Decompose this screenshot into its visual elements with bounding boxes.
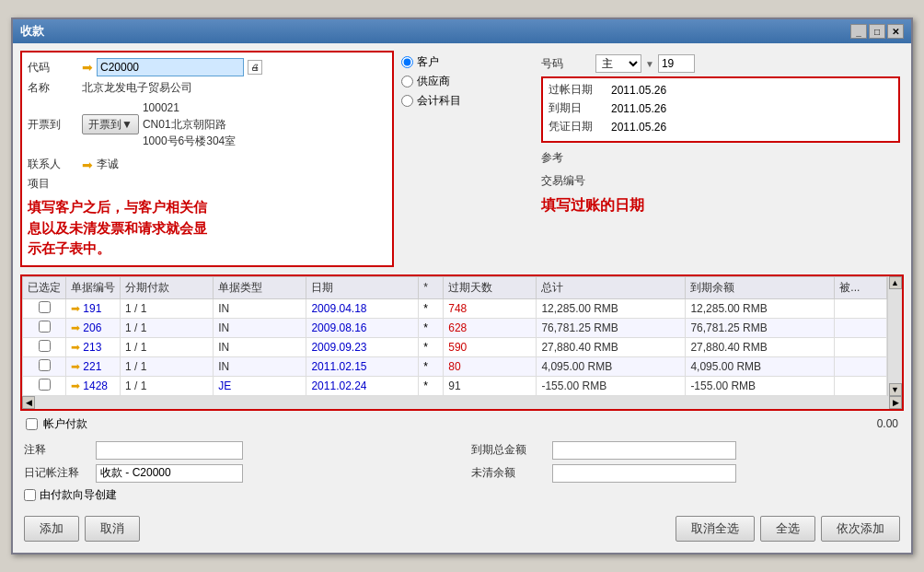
cancel-button[interactable]: 取消 [85,516,140,542]
account-payment-label: 帐户付款 [43,416,87,432]
row5-date: 2011.02.24 [306,376,419,395]
row2-total: 76,781.25 RMB [537,318,686,337]
bottom-scroll: ◀ ▶ [22,396,902,409]
footer-right: 到期总金额 未清余额 [471,441,900,503]
add-in-order-button[interactable]: 依次添加 [821,516,900,542]
row5-checkbox[interactable] [39,379,51,391]
project-row: 项目 [28,176,387,192]
total-due-label: 到期总金额 [471,442,545,458]
scroll-up-button[interactable]: ▲ [889,276,902,289]
account-payment-amount: 0.00 [877,417,898,430]
row2-doc-type: IN [214,318,306,337]
cancel-all-button[interactable]: 取消全选 [676,516,755,542]
radio-customer[interactable]: 客户 [401,54,530,70]
voucher-date-value: 2011.05.26 [611,121,666,134]
row3-checkbox[interactable] [39,340,51,352]
total-due-row: 到期总金额 [471,441,900,460]
row5-doc-num: 1428 [83,379,108,392]
row3-flag [835,337,887,356]
name-value: 北京龙发电子贸易公司 [82,80,192,96]
right-header-section: 号码 主 ▼ 过帐日期 2011.05.26 [541,54,900,216]
row2-date: 2009.08.16 [306,318,419,337]
row4-checkbox[interactable] [39,359,51,371]
row4-total: 4,095.00 RMB [537,356,686,376]
row2-checkbox[interactable] [39,321,51,333]
radio-account[interactable]: 会计科目 [401,93,530,109]
col-flag: 被... [835,276,887,298]
data-table: 已选定 单据编号 分期付款 单据类型 日期 * 过期天数 总计 到期余额 被..… [22,276,887,396]
address-line1: 100021 [143,99,236,116]
table-row: ➡ 206 1 / 1 IN 2009.08.16 * 628 76,781.2… [23,318,887,337]
row1-arrow-icon: ➡ [71,302,80,315]
row2-flag [835,318,887,337]
window-controls: _ □ ✕ [850,24,904,39]
address-line3: 1000号6号楼304室 [143,133,236,149]
top-section: 代码 ➡ 🖨 名称 北京龙发电子贸易公司 开票到 开票到▼ 100021 CN [20,51,904,267]
select-all-button[interactable]: 全选 [760,516,815,542]
main-window: 收款 _ □ ✕ 代码 ➡ 🖨 名称 北京龙发电子贸易公司 [11,18,913,554]
table-inner: 已选定 单据编号 分期付款 单据类型 日期 * 过期天数 总计 到期余额 被..… [22,276,887,396]
row1-date: 2009.04.18 [306,298,419,318]
code-arrow-icon: ➡ [82,60,93,75]
row4-due-balance: 4,095.00 RMB [686,356,835,376]
col-selected: 已选定 [23,276,66,298]
row1-due-balance: 12,285.00 RMB [686,298,835,318]
row3-installment: 1 / 1 [121,337,214,356]
create-payment-checkbox[interactable] [24,489,36,501]
maximize-button[interactable]: □ [869,24,885,39]
account-payment-row: 帐户付款 0.00 [20,414,904,434]
total-due-input[interactable] [552,441,736,460]
close-button[interactable]: ✕ [887,24,904,39]
row1-installment: 1 / 1 [121,298,214,318]
row3-arrow-icon: ➡ [71,341,80,354]
invoice-label: 开票到 [28,117,78,133]
print-icon[interactable]: 🖨 [248,60,262,75]
radio-supplier[interactable]: 供应商 [401,74,530,89]
num-row: 号码 主 ▼ [541,54,900,73]
col-total: 总计 [537,276,686,298]
row3-doc-num: 213 [83,341,101,354]
table-row: ➡ 213 1 / 1 IN 2009.09.23 * 590 27,880.4… [23,337,887,356]
name-label: 名称 [28,80,78,96]
balance-input[interactable] [552,464,736,483]
num-type-select[interactable]: 主 [595,54,641,73]
code-input[interactable] [97,58,244,76]
num-dropdown-icon: ▼ [645,59,654,69]
contact-row: 联系人 ➡ 李诚 [28,157,387,172]
col-due-balance: 到期余额 [686,276,835,298]
row1-overdue: 748 [444,298,537,318]
num-value-input[interactable] [658,54,695,73]
row5-installment: 1 / 1 [121,376,214,395]
scroll-down-button[interactable]: ▼ [889,383,902,396]
notes-row: 注释 [24,441,453,460]
code-row: 代码 ➡ 🖨 [28,58,387,76]
col-doc-type: 单据类型 [214,276,306,298]
scroll-right-button[interactable]: ▶ [889,396,902,409]
journal-notes-input[interactable] [96,464,243,483]
journal-notes-row: 日记帐注释 [24,464,453,483]
scroll-left-button[interactable]: ◀ [22,396,35,409]
annotation-left: 填写客户之后，与客户相关信息以及未清发票和请求就会显示在子表中。 [28,197,387,260]
row1-checkbox[interactable] [39,301,51,313]
account-payment-checkbox[interactable] [26,418,38,430]
ref-row: 参考 [541,150,900,166]
notes-input[interactable] [96,441,243,460]
add-button[interactable]: 添加 [24,516,79,542]
row2-installment: 1 / 1 [121,318,214,337]
minimize-button[interactable]: _ [850,24,867,39]
row1-star: * [419,298,444,318]
contact-value: 李诚 [97,157,119,172]
col-overdue: 过期天数 [444,276,537,298]
row3-doc-type: IN [214,337,306,356]
code-label: 代码 [28,60,78,76]
balance-row: 未清余额 [471,464,900,483]
table-head: 已选定 单据编号 分期付款 单据类型 日期 * 过期天数 总计 到期余额 被..… [23,276,887,298]
radio-customer-label: 客户 [417,54,439,70]
table-wrapper: 已选定 单据编号 分期付款 单据类型 日期 * 过期天数 总计 到期余额 被..… [22,276,902,396]
due-date-value: 2011.05.26 [611,102,666,115]
radio-supplier-label: 供应商 [417,74,450,89]
create-payment-label: 由付款向导创建 [40,487,117,503]
journal-notes-label: 日记帐注释 [24,465,88,481]
invoice-btn[interactable]: 开票到▼ [82,114,139,134]
table-row: ➡ 1428 1 / 1 JE 2011.02.24 * 91 -155.00 … [23,376,887,395]
